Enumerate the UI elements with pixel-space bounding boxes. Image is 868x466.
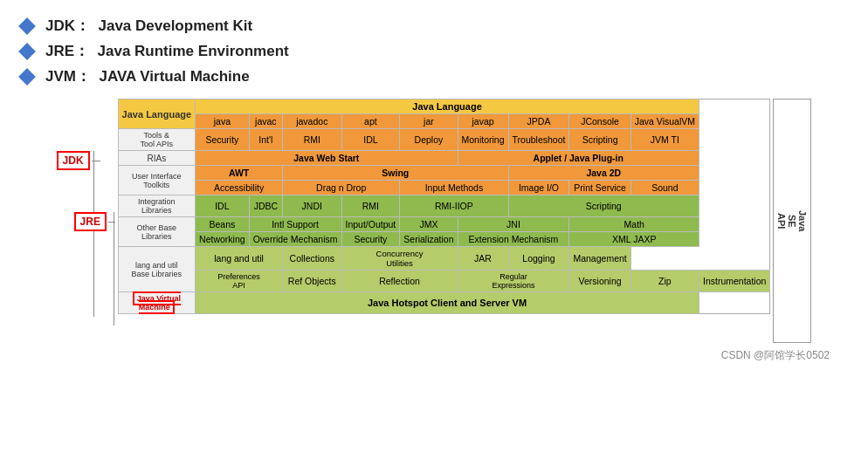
cell-applet-plugin: Applet / Java Plug-in: [458, 151, 699, 166]
watermark-text: CSDN @阿馆学长0502: [721, 349, 830, 361]
ui-row-1: User InterfaceToolkits AWT Swing Java 2D: [118, 166, 770, 181]
cell-concurrency: Concurrency Utilities: [341, 247, 458, 271]
cell-ref-objects: Ref Objects: [283, 271, 341, 292]
jvm-row: Java VirtualMachine Java Hotspot Client …: [118, 292, 770, 314]
jdk-label-group: JDK: [57, 151, 100, 170]
jre-label-group: JRE: [74, 212, 115, 231]
bullet-jre: JRE ： Java Runtime Environment: [21, 41, 847, 61]
diamond-icon-jvm: [18, 68, 36, 86]
cell-jndi: JNDI: [283, 195, 341, 217]
header-row: Java Language Java Language: [118, 99, 770, 114]
cell-versioning: Versioning: [569, 271, 630, 292]
cell-scripting2: Scripting: [508, 195, 699, 217]
diagram-container: JDK JRE Java Language Java Language: [57, 99, 812, 343]
cell-monitoring: Monitoring: [458, 129, 508, 151]
lang-label: lang and utilBase Libraries: [118, 247, 195, 292]
bullet-jre-sep: ：: [74, 41, 97, 61]
java-language-header: Java Language: [196, 99, 699, 114]
cell-jdbc: JDBC: [249, 195, 282, 217]
bullet-jdk-desc: Java Development Kit: [98, 17, 252, 35]
cell-rmi-iiop: RMI-IIOP: [400, 195, 508, 217]
cell-swing: Swing: [283, 166, 508, 181]
cell-lang-util: lang and util: [196, 247, 283, 271]
bullet-jdk-text: JDK: [45, 17, 75, 35]
cell-regular-expr: Regular Expressions: [458, 271, 569, 292]
java-se-api-label: JavaSEAPI: [773, 99, 811, 343]
cell-java-visualvm: Java VisualVM: [630, 114, 699, 129]
java-language-label: Java Language: [118, 99, 195, 129]
cell-apt: apt: [341, 114, 400, 129]
diamond-icon-jdk: [18, 17, 36, 35]
other-row-2: Networking Override Mechanism Security S…: [118, 232, 770, 247]
jvm-box-label: Java VirtualMachine: [133, 291, 181, 314]
bullet-jre-desc: Java Runtime Environment: [98, 43, 289, 60]
diagram-table: Java Language Java Language java javac j…: [118, 99, 771, 314]
cell-beans: Beans: [196, 217, 250, 232]
cell-jar: jar: [400, 114, 458, 129]
cell-jpda: JPDA: [508, 114, 569, 129]
cell-intl-support: Intl Support: [249, 217, 341, 232]
other-row-1: Other BaseLibraries Beans Intl Support I…: [118, 217, 770, 232]
cell-collections: Collections: [283, 247, 341, 271]
cell-instrumentation: Instrumentation: [699, 271, 770, 292]
rias-label: RIAs: [118, 151, 195, 166]
rias-row: RIAs Java Web Start Applet / Java Plug-i…: [118, 151, 770, 166]
jdk-label: JDK: [57, 151, 90, 170]
cell-troubleshoot: Troubleshoot: [508, 129, 569, 151]
jvm-row-label: Java VirtualMachine: [118, 292, 195, 314]
cell-java-2d: Java 2D: [508, 166, 699, 181]
bullet-jre-text: JRE: [45, 43, 74, 60]
cell-management: Management: [569, 247, 630, 271]
cell-override-mech: Override Mechanism: [249, 232, 341, 247]
cell-scripting: Scripting: [569, 129, 630, 151]
tools-row-2: Tools & Tool APIs Security Int'l RMI IDL…: [118, 129, 770, 151]
left-labels: JDK JRE: [57, 99, 118, 343]
cell-extension-mech: Extension Mechanism: [458, 232, 569, 247]
cell-java-web-start: Java Web Start: [196, 151, 458, 166]
bullet-jvm-text: JVM: [45, 68, 76, 86]
cell-rmi: RMI: [283, 129, 341, 151]
cell-security2: Security: [341, 232, 400, 247]
main-diagram-area: Java Language Java Language java javac j…: [118, 99, 771, 314]
cell-accessibility: Accessibility: [196, 181, 283, 195]
diamond-icon-jre: [18, 43, 36, 60]
cell-reflection: Reflection: [341, 271, 458, 292]
ui-label: User InterfaceToolkits: [118, 166, 195, 195]
jre-label: JRE: [74, 212, 107, 231]
cell-jar2: JAR: [458, 247, 508, 271]
bullet-jvm-sep: ：: [76, 66, 99, 86]
cell-jvm-ti: JVM TI: [630, 129, 699, 151]
bullet-section: JDK ： Java Development Kit JRE ： Java Ru…: [21, 16, 847, 86]
cell-jconsole: JConsole: [569, 114, 630, 129]
cell-sound: Sound: [630, 181, 699, 195]
tools-label: Tools & Tool APIs: [118, 129, 195, 151]
tools-row-1: java javac javadoc apt jar javap JPDA JC…: [118, 114, 770, 129]
cell-rmi2: RMI: [341, 195, 400, 217]
cell-print-service: Print Service: [569, 181, 630, 195]
ui-row-2: Accessibility Drag n Drop Input Methods …: [118, 181, 770, 195]
cell-javadoc: javadoc: [283, 114, 341, 129]
cell-intl: Int'l: [249, 129, 282, 151]
cell-deploy: Deploy: [400, 129, 458, 151]
watermark: CSDN @阿馆学长0502: [21, 348, 847, 363]
cell-javac: javac: [249, 114, 282, 129]
cell-input-methods: Input Methods: [400, 181, 508, 195]
lang-row-2: Preferences API Ref Objects Reflection R…: [118, 271, 770, 292]
cell-preferences: Preferences API: [196, 271, 283, 292]
cell-jni: JNI: [458, 217, 569, 232]
bullet-jvm-desc: JAVA Virtual Machine: [99, 68, 249, 86]
cell-input-output: Input/Output: [341, 217, 400, 232]
bullet-jdk: JDK ： Java Development Kit: [21, 16, 847, 36]
cell-xml-jaxp: XML JAXP: [569, 232, 699, 247]
java-se-api-container: JavaSEAPI: [773, 99, 811, 343]
cell-java: java: [196, 114, 250, 129]
cell-idl: IDL: [341, 129, 400, 151]
bullet-jvm: JVM ： JAVA Virtual Machine: [21, 66, 847, 86]
cell-serialization: Serialization: [400, 232, 458, 247]
cell-image-io: Image I/O: [508, 181, 569, 195]
cell-networking: Networking: [196, 232, 250, 247]
cell-security: Security: [196, 129, 250, 151]
diagram-wrapper: JDK JRE Java Language Java Language: [21, 99, 847, 343]
cell-math: Math: [569, 217, 699, 232]
cell-logging: Logging: [508, 247, 569, 271]
